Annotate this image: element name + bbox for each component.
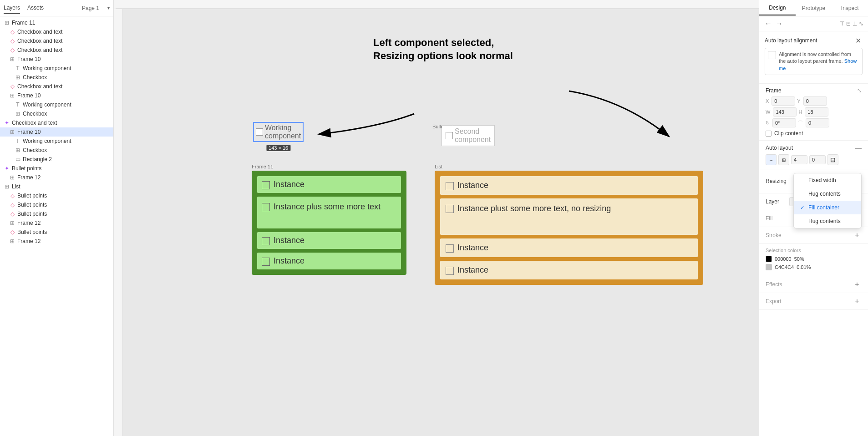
remove-auto-layout-button[interactable]: — <box>855 144 862 152</box>
auto-layout-section: Auto layout — → ⊞ ⊟ <box>759 141 868 169</box>
layer-frame11[interactable]: ⊞ Frame 11 <box>0 18 113 27</box>
rd-fixed-width[interactable]: Fixed width <box>794 173 861 187</box>
resize-icon[interactable]: ⤡ <box>859 20 863 27</box>
frame-icon: ⊞ <box>15 111 21 117</box>
layer-checkbox-2[interactable]: ⊞ Checkbox <box>0 109 113 118</box>
working-component-selected[interactable]: Working component 143 × 16 <box>253 122 304 142</box>
align-top-icon[interactable]: ⊤ <box>840 20 844 27</box>
layer-frame10-1[interactable]: ⊞ Frame 10 <box>0 55 113 64</box>
x-label: X <box>766 98 769 104</box>
add-stroke-button[interactable]: + <box>853 231 862 240</box>
layer-checkbox-3[interactable]: ⊞ Checkbox <box>0 146 113 155</box>
layer-checkbox-text-2[interactable]: ◇ Checkbox and text <box>0 36 113 46</box>
frame-icon: ⊞ <box>9 238 15 244</box>
green-item-3[interactable]: Instance <box>257 232 401 249</box>
frame-resize-icon[interactable]: ⤡ <box>857 87 862 94</box>
canvas-area[interactable]: Left component selected, Resizing option… <box>114 0 759 436</box>
sc-item-1[interactable]: 000000 50% <box>766 256 862 262</box>
sc-checkbox <box>446 132 453 139</box>
add-effect-button[interactable]: + <box>853 280 862 289</box>
left-panel: Layers Assets Page 1 ▾ ⊞ Frame 11 ◇ Chec… <box>0 0 114 436</box>
wc-label: Working component <box>265 124 301 140</box>
canvas-content[interactable]: Left component selected, Resizing option… <box>123 9 759 436</box>
layer-bullet-points-4[interactable]: ◇ Bullet points <box>0 228 113 237</box>
align-center-v-icon[interactable]: ⊟ <box>846 20 851 27</box>
layer-checkbox-text-3[interactable]: ◇ Checkbox and text <box>0 46 113 55</box>
layer-checkbox-text-1[interactable]: ◇ Checkbox and text <box>0 27 113 36</box>
tab-inspect[interactable]: Inspect <box>832 1 868 15</box>
layer-working-component-1[interactable]: T Working component <box>0 64 113 73</box>
clip-content-checkbox[interactable] <box>766 131 772 137</box>
close-auto-layout-alignment-button[interactable]: ✕ <box>853 36 863 45</box>
panel-tabs: Layers Assets Page 1 ▾ <box>0 0 113 16</box>
tab-assets[interactable]: Assets <box>27 3 44 14</box>
component-icon: ◇ <box>9 29 15 35</box>
corner-label: ⌒ <box>798 120 803 127</box>
clip-content-row: Clip content <box>766 130 862 137</box>
layer-frame12-1[interactable]: ⊞ Frame 12 <box>0 173 113 182</box>
orange-item-4[interactable]: Instance <box>440 261 698 279</box>
al-more-btn[interactable]: ⊟ <box>827 154 838 165</box>
rd-hug-contents-2[interactable]: Hug contents <box>794 214 861 228</box>
tab-prototype[interactable]: Prototype <box>796 1 832 15</box>
layer-checkbox-text-4[interactable]: ◇ Checkbox and text <box>0 82 113 91</box>
sc-hex-1: 000000 <box>775 256 792 262</box>
frame11-label: Frame 11 <box>252 164 273 169</box>
text-icon: T <box>15 101 21 108</box>
align-bottom-icon[interactable]: ⊥ <box>853 20 857 27</box>
w-field[interactable] <box>773 107 797 117</box>
al-align-btn[interactable]: ⊞ <box>778 154 789 165</box>
second-component[interactable]: Second component <box>442 125 495 146</box>
al-direction-btn[interactable]: → <box>766 154 777 165</box>
layers-list: ⊞ Frame 11 ◇ Checkbox and text ◇ Checkbo… <box>0 16 113 436</box>
x-field[interactable] <box>772 96 795 106</box>
tab-layers[interactable]: Layers <box>4 3 20 14</box>
frame-icon: ⊞ <box>9 220 15 226</box>
sc-item-2[interactable]: C4C4C4 0.01% <box>766 264 862 270</box>
green-item-2[interactable]: Instance plus some more text <box>257 197 401 228</box>
green-item-4[interactable]: Instance <box>257 253 401 269</box>
component-icon: ◇ <box>9 38 15 44</box>
tab-design[interactable]: Design <box>759 1 796 15</box>
layer-frame12-3[interactable]: ⊞ Frame 12 <box>0 237 113 246</box>
layer-frame10-2[interactable]: ⊞ Frame 10 <box>0 91 113 100</box>
resizing-section: Resizing ▼ ▼ Hug contents Fixed width Hu… <box>759 169 868 193</box>
layer-checkbox-1[interactable]: ⊞ Checkbox <box>0 73 113 82</box>
layer-bullet-points-2[interactable]: ◇ Bullet points <box>0 200 113 209</box>
al-padding-field[interactable] <box>809 155 826 164</box>
layer-frame12-2[interactable]: ⊞ Frame 12 <box>0 218 113 228</box>
page-chevron-icon[interactable]: ▾ <box>107 5 110 10</box>
orange-item-2[interactable]: Instance plust some more text, no resizi… <box>440 198 698 235</box>
right-panel-tabs: Design Prototype Inspect <box>759 0 868 16</box>
rd-fill-container[interactable]: ✓ Fill container <box>794 201 861 214</box>
green-item-1[interactable]: Instance <box>257 176 401 193</box>
layer-bullet-points-main[interactable]: ✦ Bullet points <box>0 164 113 173</box>
layer-working-component-2[interactable]: T Working component <box>0 100 113 109</box>
layer-frame10-selected[interactable]: ⊞ Frame 10 <box>0 127 113 137</box>
nav-forward-button[interactable]: → <box>775 19 784 28</box>
layer-checkbox-and-text-main[interactable]: ✦ Checkbox and text <box>0 118 113 127</box>
component-main-icon: ✦ <box>4 165 10 172</box>
layer-bullet-points-1[interactable]: ◇ Bullet points <box>0 191 113 200</box>
orange-item-3[interactable]: Instance <box>440 238 698 257</box>
rd-hug-contents[interactable]: Hug contents <box>794 187 861 201</box>
h-field[interactable] <box>805 107 828 117</box>
sc-opacity-1: 50% <box>794 256 804 262</box>
clip-content-label[interactable]: Clip content <box>766 130 862 137</box>
rotation-field[interactable] <box>772 118 796 127</box>
layer-working-component-3[interactable]: T Working component <box>0 137 113 146</box>
add-export-button[interactable]: + <box>853 297 862 306</box>
frame-section-title: Frame <box>766 87 782 94</box>
layer-bullet-points-3[interactable]: ◇ Bullet points <box>0 209 113 218</box>
y-field[interactable] <box>803 96 827 106</box>
layer-rectangle2[interactable]: ▭ Rectangle 2 <box>0 155 113 164</box>
al-description: Alignment is now controlled from the aut… <box>779 51 859 72</box>
orange-item-1[interactable]: Instance <box>440 176 698 195</box>
resizing-dropdown[interactable]: Fixed width Hug contents ✓ Fill containe… <box>793 173 862 228</box>
page-selector[interactable]: Page 1 <box>82 5 99 11</box>
corner-field[interactable] <box>806 118 829 127</box>
al-gap-field[interactable] <box>791 155 807 164</box>
nav-back-button[interactable]: ← <box>764 19 773 28</box>
layer-list[interactable]: ⊞ List <box>0 182 113 191</box>
selection-colors-section: Selection colors 000000 50% C4C4C4 0.01% <box>759 244 868 276</box>
